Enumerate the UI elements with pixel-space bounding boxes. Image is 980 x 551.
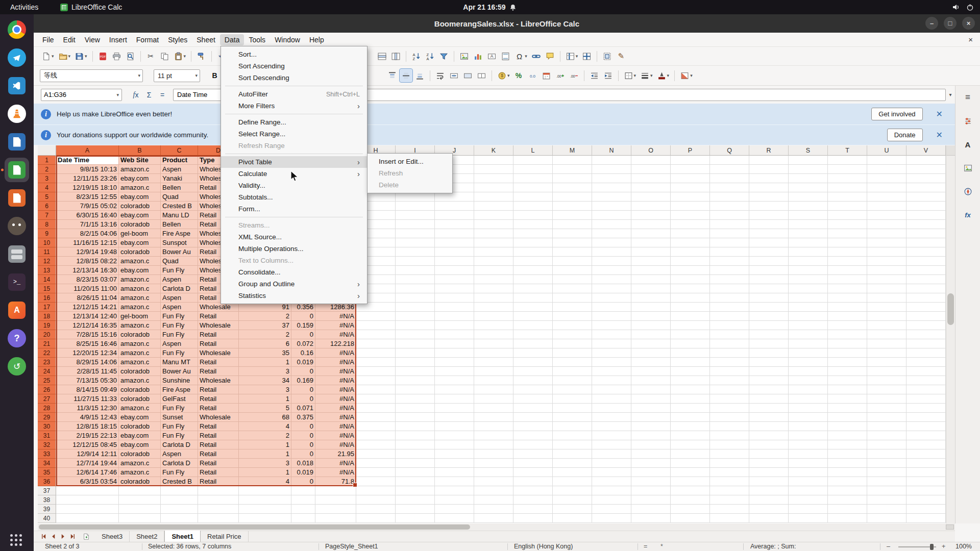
hyperlink-button[interactable] bbox=[530, 49, 543, 63]
align-top-button[interactable] bbox=[386, 69, 399, 82]
cell[interactable] bbox=[789, 468, 828, 477]
cell[interactable] bbox=[474, 459, 513, 468]
row-header-2[interactable]: 2 bbox=[38, 165, 56, 174]
cell[interactable] bbox=[749, 495, 789, 505]
column-header-L[interactable]: L bbox=[513, 145, 553, 156]
cell[interactable] bbox=[553, 321, 592, 330]
cell[interactable] bbox=[553, 339, 592, 348]
cell[interactable] bbox=[553, 505, 592, 514]
cell[interactable] bbox=[198, 495, 239, 505]
cell[interactable] bbox=[789, 165, 828, 174]
cell[interactable]: #N/A bbox=[315, 358, 356, 367]
cell[interactable] bbox=[198, 486, 239, 495]
format-currency-button[interactable]: $▾ bbox=[496, 69, 511, 82]
cell[interactable] bbox=[906, 330, 946, 339]
cell[interactable]: 0 bbox=[291, 440, 315, 449]
cell[interactable]: 0 bbox=[291, 477, 315, 486]
cell[interactable] bbox=[631, 220, 671, 229]
menu-item-xml-source[interactable]: XML Source... bbox=[221, 231, 367, 243]
cell[interactable]: 7/28/15 15:16 bbox=[56, 330, 119, 339]
cell[interactable] bbox=[513, 321, 553, 330]
column-header-P[interactable]: P bbox=[671, 145, 710, 156]
cell[interactable] bbox=[749, 440, 789, 449]
cell[interactable] bbox=[396, 330, 435, 339]
cell[interactable] bbox=[592, 486, 631, 495]
cell[interactable] bbox=[867, 192, 906, 202]
cell[interactable] bbox=[867, 321, 906, 330]
cell[interactable] bbox=[671, 284, 710, 293]
cell[interactable] bbox=[710, 229, 749, 238]
cell[interactable] bbox=[867, 303, 906, 312]
cell[interactable] bbox=[671, 514, 710, 523]
cell[interactable] bbox=[906, 440, 946, 449]
cell[interactable] bbox=[867, 376, 906, 385]
cell[interactable]: 68 bbox=[239, 413, 291, 422]
cell[interactable] bbox=[513, 385, 553, 394]
row-header-17[interactable]: 17 bbox=[38, 303, 56, 312]
styles-icon[interactable]: A bbox=[961, 138, 974, 151]
cell[interactable] bbox=[356, 385, 396, 394]
get-involved-button[interactable]: Get involved bbox=[871, 108, 922, 120]
cell[interactable] bbox=[553, 284, 592, 293]
cell[interactable] bbox=[867, 404, 906, 413]
cell[interactable]: 11/3/15 12:30 bbox=[56, 404, 119, 413]
open-folder-button[interactable]: ▾ bbox=[57, 49, 72, 63]
cell[interactable] bbox=[906, 431, 946, 440]
row-header-21[interactable]: 21 bbox=[38, 339, 56, 348]
row-header-40[interactable]: 40 bbox=[38, 514, 56, 523]
cell[interactable]: Carlota D bbox=[161, 440, 198, 449]
print-preview-button[interactable] bbox=[124, 49, 137, 63]
row-header-29[interactable]: 29 bbox=[38, 413, 56, 422]
cell[interactable] bbox=[396, 477, 435, 486]
cell[interactable] bbox=[749, 257, 789, 266]
menu-format[interactable]: Format bbox=[132, 34, 163, 45]
cell[interactable]: coloradob bbox=[119, 367, 161, 376]
cell[interactable] bbox=[631, 275, 671, 284]
cell[interactable] bbox=[671, 339, 710, 348]
cell[interactable] bbox=[553, 238, 592, 247]
cell[interactable] bbox=[906, 321, 946, 330]
cell[interactable] bbox=[749, 477, 789, 486]
menu-item-text-to-columns[interactable]: Text to Columns... bbox=[221, 255, 367, 266]
dock-item-app-center[interactable]: A bbox=[5, 298, 29, 322]
insert-image-button[interactable] bbox=[458, 49, 471, 63]
cell[interactable]: amazon.c bbox=[119, 284, 161, 293]
menu-item-consolidate[interactable]: Consolidate... bbox=[221, 266, 367, 278]
cell[interactable] bbox=[867, 505, 906, 514]
cell[interactable] bbox=[553, 293, 592, 303]
cell[interactable] bbox=[710, 376, 749, 385]
cell[interactable] bbox=[474, 440, 513, 449]
cell[interactable] bbox=[749, 413, 789, 422]
cell[interactable] bbox=[867, 257, 906, 266]
cell[interactable] bbox=[513, 156, 553, 165]
cell[interactable] bbox=[828, 514, 867, 523]
cell[interactable] bbox=[474, 431, 513, 440]
cell[interactable] bbox=[396, 404, 435, 413]
cell[interactable] bbox=[592, 477, 631, 486]
cell[interactable] bbox=[553, 514, 592, 523]
cell[interactable] bbox=[906, 477, 946, 486]
cell[interactable]: 11/16/15 12:15 bbox=[56, 238, 119, 247]
cell[interactable] bbox=[671, 367, 710, 376]
cell[interactable] bbox=[631, 486, 671, 495]
cell[interactable] bbox=[474, 247, 513, 257]
cell[interactable] bbox=[291, 495, 315, 505]
cell[interactable]: Retail bbox=[198, 358, 239, 367]
cell[interactable] bbox=[592, 266, 631, 275]
sort-desc-button[interactable]: ZA bbox=[424, 49, 436, 63]
cell[interactable] bbox=[396, 192, 435, 202]
row-header-20[interactable]: 20 bbox=[38, 330, 56, 339]
cell[interactable] bbox=[592, 192, 631, 202]
cell[interactable]: 12/13/14 16:30 bbox=[56, 266, 119, 275]
cell[interactable] bbox=[749, 183, 789, 192]
border-color-button[interactable]: ▾ bbox=[655, 69, 671, 82]
cell[interactable] bbox=[749, 459, 789, 468]
cell[interactable] bbox=[906, 183, 946, 192]
cell[interactable] bbox=[474, 348, 513, 358]
cell[interactable]: Aspen bbox=[161, 303, 198, 312]
cell[interactable] bbox=[474, 376, 513, 385]
cell[interactable] bbox=[631, 459, 671, 468]
cell[interactable]: 0 bbox=[291, 367, 315, 376]
cell[interactable] bbox=[828, 468, 867, 477]
cell[interactable] bbox=[749, 486, 789, 495]
